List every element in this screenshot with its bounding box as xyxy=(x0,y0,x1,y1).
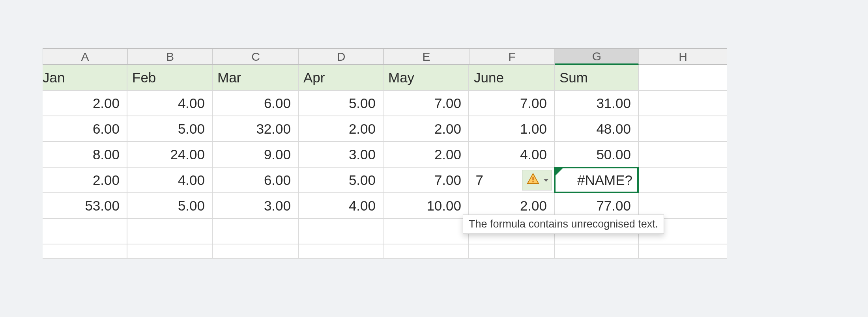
cell-H2[interactable] xyxy=(639,91,727,116)
cell-B4[interactable]: 24.00 xyxy=(127,142,213,167)
column-header-row: A B C D E F G H xyxy=(43,48,727,65)
cell-E2[interactable]: 7.00 xyxy=(383,91,469,116)
cell-G1[interactable]: Sum xyxy=(555,65,639,90)
cell-G5-value: #NAME? xyxy=(577,172,632,188)
cell-C5[interactable]: 6.00 xyxy=(213,168,299,192)
cell-A5[interactable]: 2.00 xyxy=(43,168,127,192)
cell-E7[interactable] xyxy=(383,219,469,244)
table-row: 8.00 24.00 9.00 3.00 2.00 4.00 50.00 xyxy=(43,142,727,168)
column-header-H[interactable]: H xyxy=(639,49,727,64)
cell-G5[interactable]: #NAME? xyxy=(555,168,639,192)
cell-E1[interactable]: May xyxy=(383,65,469,90)
warning-triangle-icon xyxy=(526,172,540,188)
cell-D2[interactable]: 5.00 xyxy=(299,91,383,116)
cell-G4[interactable]: 50.00 xyxy=(555,142,639,167)
cell-E5[interactable]: 7.00 xyxy=(383,168,469,192)
chevron-down-icon xyxy=(544,179,548,182)
cell-F2[interactable]: 7.00 xyxy=(469,91,555,116)
cell-G8[interactable] xyxy=(555,244,639,258)
cell-F5[interactable]: 7 7.00 xyxy=(469,168,555,192)
cell-H8[interactable] xyxy=(639,244,727,258)
cell-H3[interactable] xyxy=(639,116,727,141)
cell-D7[interactable] xyxy=(299,219,383,244)
selected-cell[interactable]: #NAME? xyxy=(554,167,639,193)
column-header-F[interactable]: F xyxy=(469,49,555,64)
cell-C8[interactable] xyxy=(213,244,299,258)
cell-H1[interactable] xyxy=(639,65,727,90)
cell-F3[interactable]: 1.00 xyxy=(469,116,555,141)
cell-F8[interactable] xyxy=(469,244,555,258)
cell-B8[interactable] xyxy=(127,244,213,258)
cell-E3[interactable]: 2.00 xyxy=(383,116,469,141)
cell-D3[interactable]: 2.00 xyxy=(299,116,383,141)
error-tooltip: The formula contains unrecognised text. xyxy=(463,214,664,234)
cell-A1[interactable]: Jan xyxy=(43,65,127,90)
cell-D4[interactable]: 3.00 xyxy=(299,142,383,167)
cell-B3[interactable]: 5.00 xyxy=(127,116,213,141)
cell-E4[interactable]: 2.00 xyxy=(383,142,469,167)
spreadsheet: A B C D E F G H Jan Feb Mar Apr May June… xyxy=(43,48,727,259)
table-row: 2.00 4.00 6.00 5.00 7.00 7 7.00 xyxy=(43,168,727,193)
cell-D6[interactable]: 4.00 xyxy=(299,193,383,218)
cell-F1[interactable]: June xyxy=(469,65,555,90)
svg-rect-0 xyxy=(533,177,534,181)
cell-G2[interactable]: 31.00 xyxy=(555,91,639,116)
cell-G3[interactable]: 48.00 xyxy=(555,116,639,141)
cell-E8[interactable] xyxy=(383,244,469,258)
cell-B5[interactable]: 4.00 xyxy=(127,168,213,192)
column-header-E[interactable]: E xyxy=(383,49,469,64)
column-header-B[interactable]: B xyxy=(127,49,213,64)
cell-A7[interactable] xyxy=(43,219,127,244)
column-header-A[interactable]: A xyxy=(43,49,127,64)
cell-C2[interactable]: 6.00 xyxy=(213,91,299,116)
cell-C7[interactable] xyxy=(213,219,299,244)
cell-A8[interactable] xyxy=(43,244,127,258)
cell-H4[interactable] xyxy=(639,142,727,167)
cell-A2[interactable]: 2.00 xyxy=(43,91,127,116)
cell-F5-partial-visible: 7 xyxy=(469,168,484,192)
cell-H5[interactable] xyxy=(639,168,727,192)
cell-D1[interactable]: Apr xyxy=(299,65,383,90)
cell-C1[interactable]: Mar xyxy=(213,65,299,90)
cell-D5[interactable]: 5.00 xyxy=(299,168,383,192)
cell-A6[interactable]: 53.00 xyxy=(43,193,127,218)
error-smart-tag[interactable] xyxy=(522,170,552,190)
column-header-C[interactable]: C xyxy=(213,49,299,64)
cell-B2[interactable]: 4.00 xyxy=(127,91,213,116)
error-indicator-triangle xyxy=(556,168,563,175)
table-row: 6.00 5.00 32.00 2.00 2.00 1.00 48.00 xyxy=(43,116,727,142)
cell-F4[interactable]: 4.00 xyxy=(469,142,555,167)
cell-B7[interactable] xyxy=(127,219,213,244)
table-row xyxy=(43,244,727,259)
cell-C4[interactable]: 9.00 xyxy=(213,142,299,167)
cell-C3[interactable]: 32.00 xyxy=(213,116,299,141)
cell-B6[interactable]: 5.00 xyxy=(127,193,213,218)
cell-A3[interactable]: 6.00 xyxy=(43,116,127,141)
cell-C6[interactable]: 3.00 xyxy=(213,193,299,218)
table-row: 2.00 4.00 6.00 5.00 7.00 7.00 31.00 xyxy=(43,91,727,116)
cell-A4[interactable]: 8.00 xyxy=(43,142,127,167)
column-header-G[interactable]: G xyxy=(555,49,639,65)
cell-B1[interactable]: Feb xyxy=(127,65,213,90)
table-header-row: Jan Feb Mar Apr May June Sum xyxy=(43,65,727,91)
cell-E6[interactable]: 10.00 xyxy=(383,193,469,218)
column-header-D[interactable]: D xyxy=(299,49,383,64)
svg-rect-1 xyxy=(533,181,534,182)
cell-D8[interactable] xyxy=(299,244,383,258)
